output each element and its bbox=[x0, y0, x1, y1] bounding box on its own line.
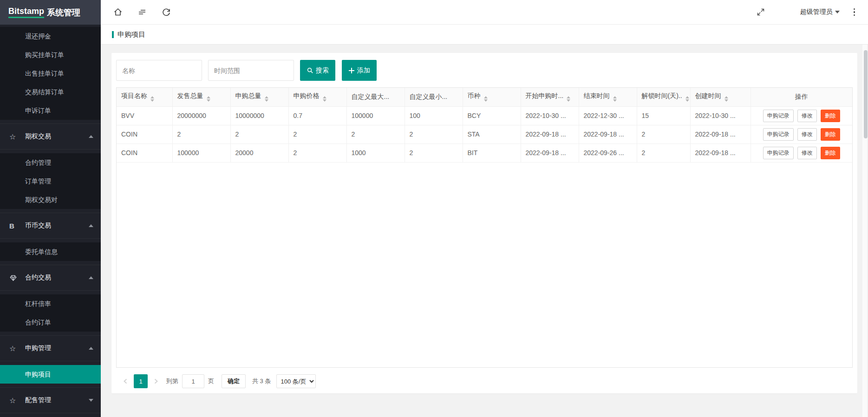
content-area: 搜索 添加 项目名称发售总量申购总量申购价格自定义最大...自定义最小...币种… bbox=[101, 45, 868, 417]
table-body: BVV20000000100000000.7100000100BCY2022-1… bbox=[117, 106, 852, 162]
page-1-button[interactable]: 1 bbox=[134, 374, 148, 388]
main-area: B 超级管理员 申购项目 搜索 bbox=[101, 0, 868, 417]
sidebar-item[interactable]: 交易结算订单 bbox=[0, 83, 101, 101]
chevron-up-icon bbox=[89, 135, 93, 138]
sidebar-item[interactable]: 合约订单 bbox=[0, 313, 101, 332]
fullscreen-icon[interactable] bbox=[756, 7, 766, 17]
sort-icon[interactable] bbox=[323, 96, 326, 102]
col-header[interactable]: 币种 bbox=[463, 88, 521, 106]
sidebar-group: 合约管理订单管理期权交易对 bbox=[0, 153, 101, 209]
table-cell: 2 bbox=[405, 125, 463, 143]
prev-page-button[interactable] bbox=[119, 374, 132, 388]
topbar: B 超级管理员 bbox=[101, 0, 868, 25]
sort-icon[interactable] bbox=[207, 96, 210, 102]
table-cell: 20000000 bbox=[172, 106, 230, 125]
table-cell: 2 bbox=[637, 143, 690, 162]
col-header[interactable]: 项目名称 bbox=[117, 88, 172, 106]
home-icon[interactable] bbox=[113, 7, 123, 17]
sidebar: Bitstamp 系统管理 退还押金购买挂单订单出售挂单订单交易结算订单申诉订单… bbox=[0, 0, 101, 417]
sidebar-item[interactable]: 退还押金 bbox=[0, 27, 101, 46]
edit-button[interactable]: 修改 bbox=[797, 110, 817, 122]
sidebar-section[interactable]: 合约交易 bbox=[0, 265, 101, 291]
col-header[interactable]: 发售总量 bbox=[172, 88, 230, 106]
sort-icon[interactable] bbox=[265, 96, 268, 102]
next-page-button[interactable] bbox=[150, 374, 163, 388]
row-actions: 申购记录修改删除 bbox=[751, 125, 852, 143]
sidebar-item[interactable]: 合约管理 bbox=[0, 153, 101, 172]
sort-icon[interactable] bbox=[613, 96, 617, 102]
sidebar-item[interactable]: 期权交易对 bbox=[0, 190, 101, 209]
refresh-icon[interactable] bbox=[161, 7, 171, 17]
app-title: 系统管理 bbox=[47, 7, 80, 18]
scrollbar-thumb[interactable] bbox=[864, 50, 868, 138]
chevron-up-icon bbox=[89, 224, 93, 227]
table-cell: BIT bbox=[463, 143, 521, 162]
sidebar-section-label: 币币交易 bbox=[25, 222, 51, 230]
sidebar-section[interactable]: ☆配售管理 bbox=[0, 387, 101, 413]
name-filter-input[interactable] bbox=[116, 60, 202, 81]
record-button[interactable]: 申购记录 bbox=[763, 147, 794, 159]
star-icon: ☆ bbox=[9, 344, 25, 353]
delete-button[interactable]: 删除 bbox=[821, 110, 840, 122]
date-range-input[interactable] bbox=[208, 60, 294, 81]
table-cell: 20000 bbox=[230, 143, 288, 162]
sidebar-item[interactable]: 委托单信息 bbox=[0, 242, 101, 261]
table-cell: 2022-09-18 ... bbox=[579, 125, 637, 143]
page-size-select[interactable]: 100 条/页 bbox=[276, 374, 316, 388]
delete-button[interactable]: 删除 bbox=[821, 128, 840, 141]
sort-icon[interactable] bbox=[567, 96, 570, 102]
col-header-label: 项目名称 bbox=[121, 92, 147, 99]
col-header[interactable]: 结束时间 bbox=[579, 88, 637, 106]
row-actions: 申购记录修改删除 bbox=[751, 106, 852, 125]
sidebar-item-active[interactable]: 申购项目 bbox=[0, 365, 101, 384]
add-button[interactable]: 添加 bbox=[342, 60, 377, 81]
sort-icon[interactable] bbox=[685, 96, 689, 102]
table-row: COIN22222STA2022-09-18 ...2022-09-18 ...… bbox=[117, 125, 852, 143]
sort-icon[interactable] bbox=[724, 96, 728, 102]
col-header[interactable]: 创建时间 bbox=[690, 88, 751, 106]
collapse-menu-icon[interactable] bbox=[137, 7, 147, 17]
sidebar-item[interactable]: 出售挂单订单 bbox=[0, 64, 101, 83]
chevron-down-icon bbox=[89, 399, 93, 402]
col-header: 自定义最小... bbox=[405, 88, 463, 106]
content-card: 搜索 添加 项目名称发售总量申购总量申购价格自定义最大...自定义最小...币种… bbox=[111, 53, 857, 393]
sidebar-section-label: 申购管理 bbox=[25, 344, 51, 352]
goto-page-input[interactable] bbox=[182, 374, 204, 388]
table-cell: 1000 bbox=[346, 143, 405, 162]
col-header[interactable]: 申购价格 bbox=[288, 88, 346, 106]
table-cell: 100000 bbox=[172, 143, 230, 162]
record-button[interactable]: 申购记录 bbox=[763, 110, 794, 122]
sidebar-section[interactable]: ☆申购管理 bbox=[0, 335, 101, 361]
col-header[interactable]: 开始申购时... bbox=[521, 88, 579, 106]
delete-button[interactable]: 删除 bbox=[821, 147, 840, 159]
avatar[interactable]: B bbox=[782, 6, 795, 19]
sidebar-section-label: 配售管理 bbox=[25, 396, 51, 404]
user-menu[interactable]: 超级管理员 bbox=[800, 8, 840, 16]
edit-button[interactable]: 修改 bbox=[797, 147, 817, 159]
sidebar-section[interactable]: ☆期权交易 bbox=[0, 124, 101, 150]
more-menu-icon[interactable] bbox=[852, 7, 857, 18]
col-header[interactable]: 解锁时间(天).. bbox=[637, 88, 690, 106]
edit-button[interactable]: 修改 bbox=[797, 128, 817, 141]
sort-icon[interactable] bbox=[150, 96, 154, 102]
col-header: 自定义最大... bbox=[346, 88, 405, 106]
sidebar-section-label: 期权交易 bbox=[25, 132, 51, 141]
sidebar-section[interactable]: B币币交易 bbox=[0, 213, 101, 239]
data-table: 项目名称发售总量申购总量申购价格自定义最大...自定义最小...币种开始申购时.… bbox=[116, 87, 853, 368]
sidebar-item[interactable]: 订单管理 bbox=[0, 172, 101, 190]
table-cell: STA bbox=[463, 125, 521, 143]
table-row: COIN10000020000210002BIT2022-09-18 ...20… bbox=[117, 143, 852, 162]
record-button[interactable]: 申购记录 bbox=[763, 128, 794, 141]
col-header-label: 申购总量 bbox=[235, 92, 261, 99]
sidebar-item[interactable]: 申诉订单 bbox=[0, 101, 101, 120]
topbar-right: B 超级管理员 bbox=[756, 6, 857, 19]
search-button[interactable]: 搜索 bbox=[300, 60, 335, 81]
table-cell: 2022-09-18 ... bbox=[521, 143, 579, 162]
confirm-button[interactable]: 确定 bbox=[222, 374, 246, 388]
table-cell: 2022-09-18 ... bbox=[690, 125, 751, 143]
sidebar-item[interactable]: 购买挂单订单 bbox=[0, 46, 101, 64]
sort-icon[interactable] bbox=[484, 96, 488, 102]
sidebar-item[interactable]: 杠杆倍率 bbox=[0, 294, 101, 313]
table-cell: 15 bbox=[637, 106, 690, 125]
col-header[interactable]: 申购总量 bbox=[230, 88, 288, 106]
